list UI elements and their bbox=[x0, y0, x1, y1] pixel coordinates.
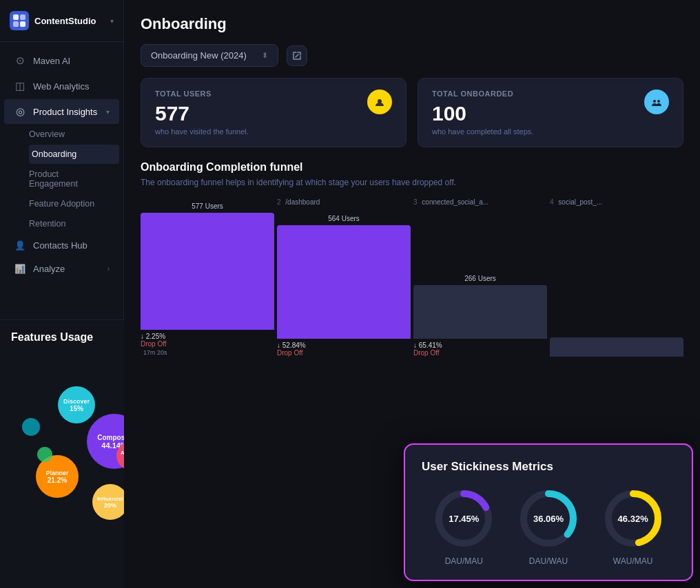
funnel-col1-time: 17m 20s bbox=[143, 349, 277, 356]
sidebar-item-onboarding[interactable]: Onboarding bbox=[29, 145, 119, 164]
total-users-icon bbox=[367, 90, 392, 114]
funnel-col3-dropoff-pct: ↓ 65.41% bbox=[413, 342, 547, 349]
funnel-col1-dropoff-label: Drop Off bbox=[141, 340, 274, 348]
donut-dau-mau-label: 17.45% bbox=[449, 514, 479, 524]
funnel-title: Onboarding Completion funnel bbox=[141, 161, 683, 174]
contacts-hub-icon: 👤 bbox=[14, 240, 26, 251]
funnel-col4-bar-wrapper bbox=[550, 210, 683, 357]
funnel-col4-header: 4 social_post_... bbox=[550, 198, 683, 206]
stickiness-metric-wau-mau: 46.32% WAU/MAU bbox=[602, 487, 664, 566]
svg-rect-2 bbox=[13, 21, 19, 27]
sidebar-item-overview-label: Overview bbox=[29, 129, 65, 139]
sidebar-item-feature-adoption-label: Feature Adoption bbox=[29, 199, 94, 209]
funnel-col2-dropoff-label: Drop Off bbox=[277, 349, 411, 357]
stat-card-total-onboarded: TOTAL ONBOARDED 100 who have completed a… bbox=[418, 78, 683, 147]
sidebar-item-contacts-hub[interactable]: 👤 Contacts Hub bbox=[4, 234, 119, 257]
stat-total-users-sub: who have visited the funnel. bbox=[155, 127, 249, 136]
sidebar-item-product-insights-label: Product Insights bbox=[33, 107, 97, 117]
funnel-col2-bar bbox=[277, 225, 411, 339]
sidebar-item-maven-ai-label: Maven AI bbox=[33, 56, 70, 66]
bubble-planner-pct: 21.2% bbox=[48, 476, 67, 484]
stat-total-onboarded-label: TOTAL ONBOARDED bbox=[432, 90, 533, 98]
sidebar-item-maven-ai[interactable]: ⊙ Maven AI bbox=[4, 48, 119, 73]
funnel-col3-num: 3 bbox=[413, 198, 418, 206]
funnel-col2-dropoff-pct: ↓ 52.84% bbox=[277, 342, 411, 349]
funnel-col2-dropoff: ↓ 52.84% Drop Off bbox=[277, 342, 411, 357]
funnel-col4-name: social_post_... bbox=[558, 198, 602, 206]
analyze-chevron: › bbox=[107, 265, 110, 273]
funnel-section: Onboarding Completion funnel The onboard… bbox=[124, 161, 700, 357]
sidebar-item-product-insights[interactable]: ◎ Product Insights ▾ bbox=[4, 99, 119, 124]
analyze-icon: 📊 bbox=[14, 264, 26, 274]
sidebar-item-analyze[interactable]: 📊 Analyze › bbox=[4, 258, 119, 280]
stat-total-onboarded-sub: who have completed all steps. bbox=[432, 127, 533, 136]
stickiness-popup: User Stickiness Metrics 17.45% DAU/MAU 3… bbox=[404, 443, 693, 581]
bubble-green bbox=[37, 447, 52, 462]
funnel-col3-dropoff-label: Drop Off bbox=[413, 349, 547, 357]
toolbar: Onboarding New (2024) ⬍ bbox=[124, 44, 700, 78]
funnel-col3-header: 3 connected_social_a... bbox=[413, 198, 547, 206]
sidebar-item-retention[interactable]: Retention bbox=[29, 214, 119, 233]
web-analytics-icon: ◫ bbox=[14, 80, 26, 92]
stat-total-onboarded-value: 100 bbox=[432, 102, 533, 125]
dropdown-chevron-icon: ⬍ bbox=[262, 51, 268, 60]
bubble-teal-sm bbox=[22, 418, 40, 436]
sidebar-header[interactable]: ContentStudio ▾ bbox=[0, 0, 123, 42]
onboarding-flow-dropdown[interactable]: Onboarding New (2024) ⬍ bbox=[141, 44, 278, 67]
svg-rect-1 bbox=[20, 14, 25, 20]
donut-dau-mau: 17.45% bbox=[433, 487, 495, 549]
funnel-col2-num: 2 bbox=[277, 198, 281, 206]
stat-total-onboarded-content: TOTAL ONBOARDED 100 who have completed a… bbox=[432, 90, 533, 136]
donut-wau-mau: 46.32% bbox=[602, 487, 664, 549]
bubble-influencer-pct: 20% bbox=[104, 502, 116, 509]
product-insights-icon: ◎ bbox=[14, 105, 26, 118]
sidebar-sub-menu: Overview Onboarding Product Engagement F… bbox=[0, 125, 123, 233]
funnel-column-3: 3 connected_social_a... 266 Users ↓ 65.4… bbox=[413, 198, 547, 357]
external-link-button[interactable] bbox=[287, 45, 307, 66]
maven-ai-icon: ⊙ bbox=[14, 54, 26, 67]
funnel-col3-name: connected_social_a... bbox=[422, 198, 488, 206]
sidebar-item-web-analytics[interactable]: ◫ Web Analytics bbox=[4, 74, 119, 98]
metric-wau-mau-name: WAU/MAU bbox=[613, 556, 653, 566]
stat-total-users-value: 577 bbox=[155, 102, 249, 125]
funnel-col2-header: 2 /dashboard bbox=[277, 198, 411, 206]
sidebar: ContentStudio ▾ ⊙ Maven AI ◫ Web Analyti… bbox=[0, 0, 124, 588]
stickiness-metric-dau-mau: 17.45% DAU/MAU bbox=[433, 487, 495, 566]
funnel-column-2: 2 /dashboard 564 Users ↓ 52.84% Drop Off bbox=[277, 198, 411, 357]
bubble-discover: Discover 15% bbox=[58, 386, 95, 423]
sidebar-chevron-icon: ▾ bbox=[110, 17, 114, 25]
total-onboarded-icon bbox=[644, 90, 669, 114]
funnel-column-1: 1 signed_up 577 Users ↓ 2.25% Drop Off 1… bbox=[141, 198, 274, 357]
funnel-col1-users: 577 Users bbox=[141, 202, 274, 210]
funnel-col1-dropoff: ↓ 2.25% Drop Off bbox=[141, 333, 274, 348]
sidebar-item-retention-label: Retention bbox=[29, 219, 66, 229]
stat-total-users-content: TOTAL USERS 577 who have visited the fun… bbox=[155, 90, 249, 136]
sidebar-item-overview[interactable]: Overview bbox=[29, 125, 119, 144]
stickiness-metric-dau-wau: 36.06% DAU/WAU bbox=[517, 487, 579, 566]
sidebar-logo bbox=[10, 11, 29, 30]
sidebar-item-contacts-hub-label: Contacts Hub bbox=[33, 240, 88, 251]
sidebar-item-feature-adoption[interactable]: Feature Adoption bbox=[29, 194, 119, 213]
stat-total-users-label: TOTAL USERS bbox=[155, 90, 249, 98]
sidebar-item-product-engagement-label: Product Engagement bbox=[29, 169, 78, 189]
funnel-col3-dropoff: ↓ 65.41% Drop Off bbox=[413, 342, 547, 357]
metric-dau-wau-name: DAU/WAU bbox=[529, 556, 568, 566]
funnel-col1-bar bbox=[141, 213, 274, 330]
bubble-discover-label: Discover bbox=[63, 398, 90, 405]
funnel-column-4: 4 social_post_... bbox=[550, 198, 683, 357]
funnel-col3-bar bbox=[413, 285, 547, 339]
stickiness-metrics: 17.45% DAU/MAU 36.06% DAU/WAU 46 bbox=[422, 487, 675, 566]
sidebar-brand-label: ContentStudio bbox=[34, 16, 105, 26]
donut-dau-wau-label: 36.06% bbox=[533, 514, 564, 524]
funnel-col4-num: 4 bbox=[550, 198, 554, 206]
bubble-discover-pct: 15% bbox=[70, 405, 83, 412]
funnel-col3-users: 266 Users bbox=[413, 275, 547, 282]
metric-dau-mau-name: DAU/MAU bbox=[445, 556, 483, 566]
stats-row: TOTAL USERS 577 who have visited the fun… bbox=[124, 78, 700, 161]
bubble-influencer: Influencer 20% bbox=[92, 484, 128, 520]
bubble-planner-label: Planner bbox=[45, 470, 68, 476]
funnel-chart: 1 signed_up 577 Users ↓ 2.25% Drop Off 1… bbox=[141, 198, 683, 357]
svg-rect-0 bbox=[13, 14, 19, 20]
sidebar-item-product-engagement[interactable]: Product Engagement bbox=[29, 165, 119, 193]
funnel-col2-users: 564 Users bbox=[277, 215, 411, 222]
